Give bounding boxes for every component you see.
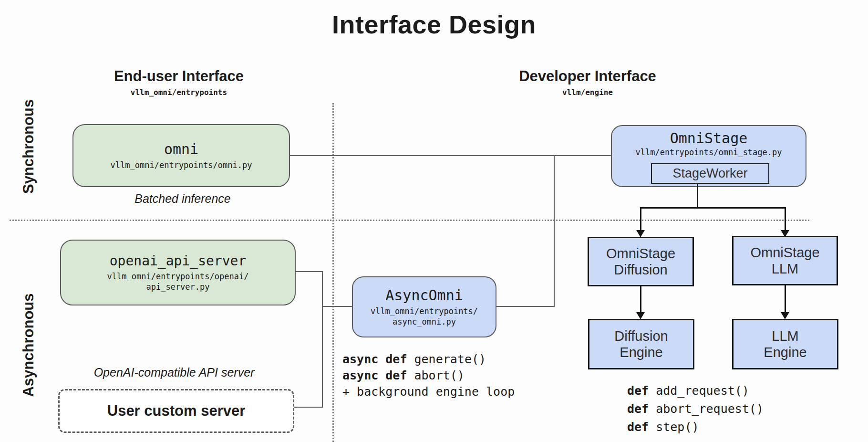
node-llm-engine: LLM Engine	[732, 319, 838, 369]
connector-to-asyncomni-left	[322, 306, 352, 307]
node-omni: omni vllm_omni/entrypoints/omni.py	[72, 124, 290, 187]
caption-openai-compatible: OpenAI-compatible API server	[55, 366, 293, 379]
horizontal-divider	[10, 220, 809, 221]
code-keyword: async def	[342, 352, 407, 366]
arrow-into-llm-engine	[781, 312, 789, 319]
node-async-omni-title: AsyncOmni	[385, 287, 463, 304]
node-openai-api-server: openai_api_server vllm_omni/entrypoints/…	[60, 240, 296, 305]
code-line-abort: async def abort()	[342, 368, 515, 384]
node-openai-path-line2: api_server.py	[146, 282, 209, 292]
code-rest: generate()	[407, 352, 486, 366]
node-async-omni-path-line1: vllm_omni/entrypoints/	[371, 306, 478, 316]
row-label-synchronous: Synchronous	[20, 99, 37, 194]
end-user-interface-subtitle: vllm_omni/entrypoints	[60, 88, 298, 97]
connector-omni-to-omnistage	[290, 155, 611, 156]
code-keyword: async def	[342, 368, 407, 382]
branch-right-vertical	[785, 207, 786, 231]
code-line-background-loop: + background engine loop	[342, 384, 515, 400]
node-stage-worker-label: StageWorker	[672, 166, 747, 181]
node-user-custom-server-label: User custom server	[107, 402, 246, 420]
code-block-engine-methods: def add_request() def abort_request() de…	[627, 382, 764, 436]
interface-design-diagram: Interface Design End-user Interface vllm…	[0, 0, 868, 442]
branch-horizontal	[641, 207, 785, 209]
end-user-interface-header: End-user Interface vllm_omni/entrypoints	[60, 68, 298, 97]
code-rest: + background engine loop	[342, 385, 515, 399]
code-keyword: def	[627, 420, 649, 434]
connector-usercustom-right	[294, 407, 323, 408]
arrow-line-llm	[785, 285, 786, 313]
row-label-asynchronous: Asynchronous	[20, 293, 37, 397]
code-rest: abort()	[407, 368, 464, 382]
arrow-into-diffusion-engine	[636, 312, 645, 319]
node-diffusion-engine-line2: Engine	[620, 344, 662, 360]
arrow-line-diffusion	[640, 286, 641, 313]
code-rest: step()	[649, 420, 699, 434]
code-block-async: async def generate() async def abort() +…	[342, 351, 515, 400]
branch-stem	[697, 184, 698, 208]
node-llm-engine-line1: LLM	[772, 328, 798, 344]
developer-interface-subtitle: vllm/engine	[468, 88, 707, 97]
node-omni-stage-diffusion: OmniStage Diffusion	[588, 237, 694, 286]
connector-openai-right	[295, 271, 322, 272]
node-openai-path-line1: vllm_omni/entrypoints/openai/	[107, 271, 249, 282]
node-omni-stage-llm-line2: LLM	[772, 261, 798, 277]
vertical-divider	[332, 103, 334, 442]
code-line-abort-request: def abort_request()	[627, 400, 764, 418]
node-omni-stage-llm: OmniStage LLM	[732, 236, 838, 285]
end-user-interface-title: End-user Interface	[60, 68, 298, 85]
node-omni-stage-diffusion-line2: Diffusion	[614, 262, 667, 278]
code-rest: add_request()	[649, 384, 749, 398]
branch-left-vertical	[640, 207, 641, 231]
code-line-step: def step()	[627, 418, 764, 436]
code-keyword: def	[627, 402, 649, 416]
node-omni-path: vllm_omni/entrypoints/omni.py	[111, 160, 252, 170]
connector-asyncomni-right	[496, 306, 555, 307]
node-user-custom-server: User custom server	[58, 389, 294, 433]
code-line-generate: async def generate()	[342, 351, 515, 368]
node-omni-stage-path: vllm/entrypoints/omni_stage.py	[635, 147, 782, 158]
node-omni-stage-llm-line1: OmniStage	[750, 244, 819, 261]
page-title: Interface Design	[0, 10, 868, 39]
node-omni-stage-title: OmniStage	[670, 130, 748, 147]
node-stage-worker: StageWorker	[651, 163, 769, 184]
node-async-omni: AsyncOmni vllm_omni/entrypoints/ async_o…	[352, 276, 496, 337]
arrow-into-stage-diffusion	[636, 230, 645, 237]
connector-vertical-left	[322, 271, 323, 408]
code-line-add-request: def add_request()	[627, 382, 764, 400]
node-diffusion-engine-line1: Diffusion	[614, 328, 668, 344]
caption-batched-inference: Batched inference	[73, 192, 292, 206]
code-rest: abort_request()	[649, 402, 764, 416]
node-llm-engine-line2: Engine	[764, 344, 806, 360]
developer-interface-header: Developer Interface vllm/engine	[468, 68, 707, 97]
node-openai-title: openai_api_server	[110, 253, 247, 269]
developer-interface-title: Developer Interface	[468, 68, 707, 85]
node-async-omni-path-line2: async_omni.py	[393, 316, 456, 327]
connector-vertical-asyncomni	[554, 155, 555, 307]
node-diffusion-engine: Diffusion Engine	[588, 319, 694, 369]
node-omni-stage-diffusion-line1: OmniStage	[606, 245, 675, 262]
node-omni-title: omni	[164, 141, 198, 158]
code-keyword: def	[627, 384, 649, 398]
